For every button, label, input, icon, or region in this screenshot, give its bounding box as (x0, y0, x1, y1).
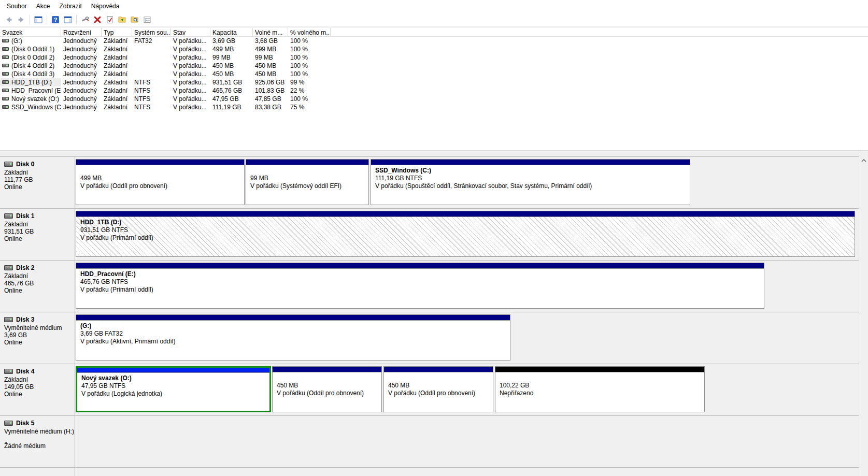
volume-type: Základní (102, 53, 132, 62)
partition-disk1-hdd-1tb-d[interactable]: HDD_1TB (D:) 931,51 GB NTFS V pořádku (P… (76, 211, 855, 257)
disk-1-label[interactable]: Disk 1 Základní 931,51 GB Online (0, 209, 75, 260)
explore-folder-button[interactable] (129, 13, 141, 26)
disk-0-label[interactable]: Disk 0 Základní 111,77 GB Online (0, 157, 75, 208)
partition-size: 3,69 GB FAT32 (80, 330, 506, 338)
volume-icon (2, 64, 9, 67)
disk-5-label[interactable]: Disk 5 Vyměnitelné médium (H:) Žádné méd… (0, 416, 75, 467)
disk-row-1: Disk 1 Základní 931,51 GB Online HDD_1TB… (0, 209, 868, 261)
forward-button[interactable] (15, 13, 27, 26)
volume-capacity: 499 MB (210, 45, 253, 53)
volume-row-g[interactable]: (G:) Jednoduchý Základní FAT32 V pořádku… (0, 37, 868, 45)
partition-disk4-unallocated[interactable]: 100,22 GB Nepřiřazeno (495, 366, 705, 412)
disk-4-label[interactable]: Disk 4 Základní 149,05 GB Online (0, 364, 75, 415)
svg-text:?: ? (54, 17, 58, 23)
toolbar-separator (47, 15, 47, 24)
volume-row-disk0-oddil1[interactable]: (Disk 0 Oddíl 1) Jednoduchý Základní V p… (0, 45, 868, 53)
volume-pct-free: 22 % (288, 86, 331, 95)
volume-name: (Disk 0 Oddíl 1) (11, 46, 54, 53)
partition-title: HDD_Pracovní (E:) (80, 270, 760, 278)
volume-type: Základní (102, 70, 132, 78)
partition-disk0-efi[interactable]: 99 MB V pořádku (Systémový oddíl EFI) (246, 159, 369, 205)
column-header-kapacita[interactable]: Kapacita (210, 28, 253, 36)
volume-status: V pořádku... (171, 53, 210, 62)
column-header-svazek[interactable]: Svazek (0, 28, 61, 36)
volume-free: 101,83 GB (253, 86, 288, 95)
properties-button[interactable] (104, 13, 116, 26)
partition-disk0-ssd-windows-c[interactable]: SSD_Windows (C:) 111,19 GB NTFS V pořádk… (371, 159, 690, 205)
column-header-typ[interactable]: Typ (102, 28, 132, 36)
disk-row-3: Disk 3 Vyměnitelné médium 3,69 GB Online… (0, 312, 868, 364)
menu-zobrazit[interactable]: Zobrazit (54, 1, 86, 11)
partition-disk3-g[interactable]: (G:) 3,69 GB FAT32 V pořádku (Aktivní, P… (76, 314, 510, 360)
volume-name: Nový svazek (O:) (11, 95, 59, 103)
back-button[interactable] (3, 13, 15, 26)
partition-title: SSD_Windows (C:) (375, 167, 686, 175)
volume-row-disk0-oddil2[interactable]: (Disk 0 Oddíl 2) Jednoduchý Základní V p… (0, 53, 868, 62)
partition-size: 931,51 GB NTFS (80, 226, 850, 234)
partition-color-band (371, 160, 690, 165)
rescan-disks-button[interactable] (79, 13, 91, 26)
disk-status: Žádné médium (4, 442, 74, 450)
disk-name: Disk 2 (16, 264, 34, 271)
partition-disk4-recovery-1[interactable]: 450 MB V pořádku (Oddíl pro obnovení) (272, 366, 382, 412)
volume-row-hdd-pracovni[interactable]: HDD_Pracovní (E:) Jednoduchý Základní NT… (0, 86, 868, 95)
menu-napoveda[interactable]: Nápověda (87, 1, 124, 11)
column-header-rozvrzeni[interactable]: Rozvržení (61, 28, 102, 36)
volume-fs: NTFS (132, 86, 171, 95)
volume-type: Základní (102, 62, 132, 70)
volume-free: 47,85 GB (253, 95, 288, 103)
disk-kind: Základní (4, 221, 74, 228)
back-arrow-icon (5, 16, 13, 24)
volume-icon (2, 39, 9, 42)
disk-3-label[interactable]: Disk 3 Vyměnitelné médium 3,69 GB Online (0, 312, 75, 364)
delete-volume-button[interactable] (91, 13, 104, 26)
partition-color-band (273, 367, 381, 372)
chevron-up-icon (861, 159, 866, 162)
partition-disk2-hdd-pracovni-e[interactable]: HDD_Pracovní (E:) 465,76 GB NTFS V pořád… (76, 263, 764, 309)
volume-row-ssd-windows[interactable]: SSD_Windows (C:) Jednoduchý Základní NTF… (0, 103, 868, 111)
volume-capacity: 111,19 GB (210, 103, 253, 111)
partition-status: V pořádku (Spouštěcí oddíl, Stránkovací … (375, 182, 686, 190)
vertical-scrollbar[interactable] (859, 151, 868, 476)
partition-color-band (384, 367, 493, 372)
column-header-system-souboru[interactable]: Systém sou... (132, 28, 171, 36)
volume-row-disk4-oddil3[interactable]: (Disk 4 Oddíl 3) Jednoduchý Základní V p… (0, 70, 868, 78)
options-button[interactable] (141, 13, 153, 26)
open-folder-button[interactable] (116, 13, 129, 26)
partition-size: 499 MB (80, 175, 240, 182)
volume-type: Základní (102, 103, 132, 111)
disk-1-graphic: HDD_1TB (D:) 931,51 GB NTFS V pořádku (P… (76, 209, 858, 260)
disk-row-4: Disk 4 Základní 149,05 GB Online Nový sv… (0, 364, 868, 416)
disk-3-graphic: (G:) 3,69 GB FAT32 V pořádku (Aktivní, P… (76, 312, 858, 364)
disk-icon (4, 317, 13, 322)
disk-2-label[interactable]: Disk 2 Základní 465,76 GB Online (0, 261, 75, 312)
menu-soubor[interactable]: Soubor (2, 1, 32, 11)
partition-disk4-novy-svazek-o[interactable]: Nový svazek (O:) 47,95 GB NTFS V pořádku… (76, 366, 271, 412)
show-action-pane-button[interactable] (62, 13, 74, 26)
volume-row-novy-svazek[interactable]: Nový svazek (O:) Jednoduchý Základní NTF… (0, 95, 868, 103)
disk-row-partial (0, 468, 868, 476)
volume-row-hdd-1tb[interactable]: HDD_1TB (D:) Jednoduchý Základní NTFS V … (0, 78, 868, 86)
partition-disk0-recovery[interactable]: 499 MB V pořádku (Oddíl pro obnovení) (76, 159, 245, 205)
help-button[interactable]: ? (49, 13, 62, 26)
disk-size: 465,76 GB (4, 280, 74, 287)
column-header-stav[interactable]: Stav (171, 28, 210, 36)
partition-title (500, 374, 700, 382)
menu-akce[interactable]: Akce (32, 1, 55, 11)
partition-title (80, 167, 240, 175)
disk-row-5: Disk 5 Vyměnitelné médium (H:) Žádné méd… (0, 416, 868, 468)
partition-disk4-recovery-2[interactable]: 450 MB V pořádku (Oddíl pro obnovení) (383, 366, 493, 412)
volume-list: Svazek Rozvržení Typ Systém sou... Stav … (0, 27, 868, 150)
console-tree-icon (34, 16, 42, 24)
volume-free: 3,68 GB (253, 37, 288, 45)
column-header-volne-misto[interactable]: Volné m... (253, 28, 288, 36)
volume-status: V pořádku... (171, 45, 210, 53)
column-header-pct-volneho[interactable]: % volného m... (288, 28, 331, 36)
disk-kind: Základní (4, 376, 74, 383)
volume-layout: Jednoduchý (61, 37, 102, 45)
volume-free: 499 MB (253, 45, 288, 53)
volume-row-disk4-oddil2[interactable]: (Disk 4 Oddíl 2) Jednoduchý Základní V p… (0, 62, 868, 70)
show-console-tree-button[interactable] (32, 13, 45, 26)
disk-status: Online (4, 235, 74, 242)
scroll-up-button[interactable] (860, 156, 868, 165)
